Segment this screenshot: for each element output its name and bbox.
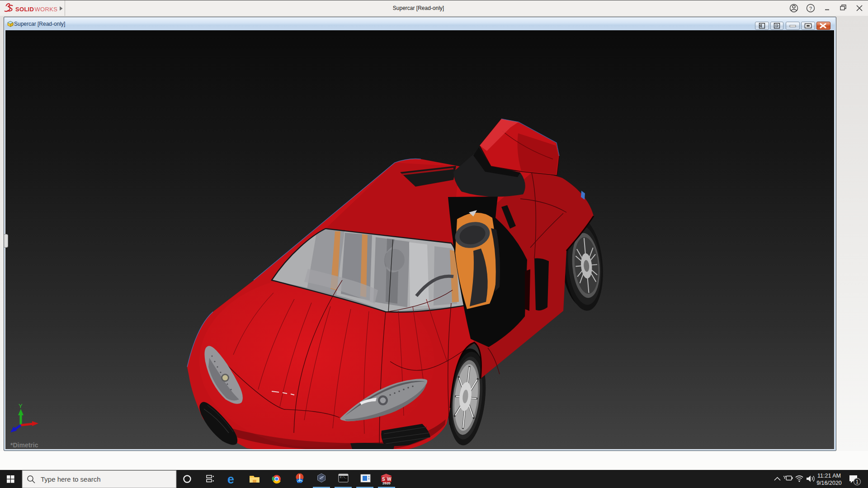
- svg-text:11:21 AM: 11:21 AM: [817, 473, 841, 479]
- svg-text:9/16/2020: 9/16/2020: [816, 480, 842, 486]
- svg-text:Type here to search: Type here to search: [41, 475, 101, 483]
- svg-text:1: 1: [856, 479, 859, 484]
- svg-text:?: ?: [809, 6, 812, 11]
- svg-text:Y: Y: [19, 403, 23, 409]
- svg-text:e: e: [227, 473, 234, 486]
- svg-text:*Dimetric: *Dimetric: [10, 441, 38, 449]
- svg-text:2020: 2020: [382, 481, 391, 485]
- svg-text:C:\_: C:\_: [340, 476, 347, 479]
